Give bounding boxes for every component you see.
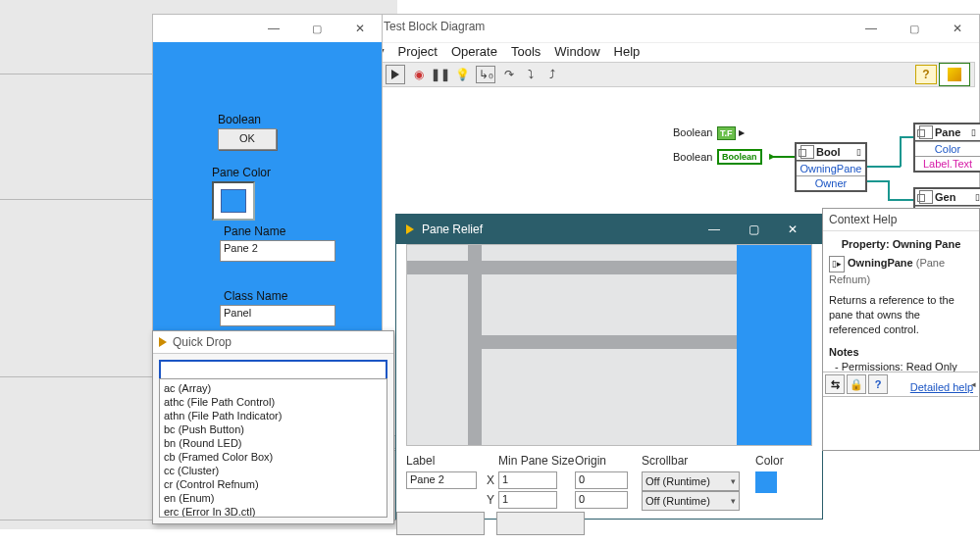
wire	[888, 199, 913, 201]
vi-icon[interactable]	[939, 63, 970, 86]
list-item[interactable]: bn (Round LED)	[164, 436, 383, 450]
minimize-button[interactable]: —	[252, 15, 295, 42]
boolean-terminal-icon[interactable]: T.F	[717, 126, 736, 140]
field-value: Pane 2	[410, 473, 444, 485]
bulb-icon[interactable]: 💡	[454, 67, 470, 82]
close-button[interactable]: ✕	[936, 15, 979, 42]
color-box-control[interactable]	[212, 181, 255, 221]
property-node-pane[interactable]: Pane▯ Color Label.Text	[913, 123, 980, 173]
property-row[interactable]: Color	[915, 141, 980, 156]
step-out-icon[interactable]: ⤴	[544, 67, 560, 82]
button-label: OK	[239, 132, 255, 144]
quick-drop-list[interactable]: ac (Array) athc (File Path Control) athn…	[159, 378, 387, 518]
quick-drop-window: Quick Drop ac (Array) athc (File Path Co…	[152, 330, 394, 524]
menu-tools[interactable]: Tools	[511, 44, 541, 59]
property-node-bool[interactable]: Bool▯ OwningPane Owner	[795, 142, 867, 192]
origin-y-field[interactable]: 0	[575, 491, 628, 509]
context-help-toolbar: ⇆ 🔒 ? ◂	[823, 372, 978, 397]
field-value: Pane 2	[224, 242, 258, 254]
pane-preview[interactable]	[406, 244, 812, 446]
list-item[interactable]: cc (Cluster)	[164, 464, 383, 477]
pane-color-label: Pane Color	[212, 166, 271, 179]
ok-button[interactable]: OK	[218, 128, 277, 150]
menu-window[interactable]: Window	[554, 44, 599, 59]
close-button[interactable]: ✕	[338, 15, 382, 42]
list-item[interactable]: ac (Array)	[164, 381, 383, 395]
step-into-icon[interactable]: ⤵	[523, 67, 539, 82]
minimize-button[interactable]: —	[695, 215, 734, 244]
list-item[interactable]: bc (Push Button)	[164, 422, 383, 436]
truncated-button[interactable]	[496, 512, 585, 535]
pane-properties-form: Label Pane 2 Min Pane Size X 1 Y 1 Origi…	[406, 454, 812, 511]
color-swatch[interactable]	[755, 471, 777, 493]
labview-arrow-icon	[406, 224, 414, 234]
step-over-icon[interactable]: ↷	[501, 67, 517, 82]
property-row[interactable]: Label.Text	[915, 156, 980, 171]
titlebar[interactable]: Pane Relief — ▢ ✕	[396, 215, 822, 244]
record-icon[interactable]: ◉	[411, 67, 427, 82]
field-value: 0	[579, 473, 585, 485]
list-item[interactable]: athn (File Path Indicator)	[164, 409, 383, 422]
help-icon[interactable]: ?	[868, 374, 888, 394]
list-item[interactable]: erc (Error In 3D.ctl)	[164, 505, 383, 518]
wire	[900, 136, 902, 167]
link-icon	[919, 190, 933, 204]
splitter[interactable]	[482, 335, 737, 349]
dialog-button-row	[396, 512, 585, 535]
splitter[interactable]	[468, 245, 482, 445]
scrollbar-v-dropdown[interactable]: Off (Runtime)▾	[642, 491, 740, 511]
min-y-field[interactable]: 1	[498, 491, 557, 509]
truncated-button[interactable]	[396, 512, 485, 535]
pane-name-field[interactable]: Pane 2	[220, 240, 335, 262]
label-label: Label	[406, 454, 435, 468]
property-heading: Property: Owning Pane	[842, 238, 961, 250]
class-name-field[interactable]: Panel	[220, 305, 335, 326]
titlebar[interactable]: Context Help	[823, 209, 979, 231]
min-x-field[interactable]: 1	[498, 471, 557, 489]
origin-label: Origin	[575, 454, 606, 468]
titlebar[interactable]: — ▢ ✕	[153, 15, 382, 42]
menubar: v Project Operate Tools Window Help	[384, 44, 640, 59]
maximize-button[interactable]: ▢	[295, 15, 338, 42]
boolean-ref-terminal-icon[interactable]: Boolean	[717, 149, 762, 165]
help-icon[interactable]: ?	[915, 65, 937, 84]
field-value: 1	[502, 473, 508, 485]
close-button[interactable]: ✕	[773, 215, 812, 244]
class-name-label: Class Name	[224, 289, 287, 303]
scrollbar-h-dropdown[interactable]: Off (Runtime)▾	[642, 471, 740, 491]
list-item[interactable]: cr (Control Refnum)	[164, 477, 383, 491]
dropdown-value: Off (Runtime)	[645, 475, 710, 487]
direction-arrow-icon: ▶	[739, 128, 745, 137]
chevron-down-icon: ▾	[731, 476, 736, 486]
pause-icon[interactable]: ❚❚	[433, 67, 448, 82]
maximize-button[interactable]: ▢	[893, 15, 936, 42]
list-item[interactable]: athc (File Path Control)	[164, 395, 383, 409]
property-row[interactable]: Owner	[797, 175, 865, 190]
list-item[interactable]: en (Enum)	[164, 491, 383, 505]
chevron-left-icon[interactable]: ◂	[971, 379, 976, 389]
list-item[interactable]: cb (Framed Color Box)	[164, 450, 383, 464]
chevron-down-icon: ▾	[731, 496, 736, 506]
origin-x-field[interactable]: 0	[575, 471, 628, 489]
selected-pane-icon[interactable]	[737, 245, 811, 445]
maximize-button[interactable]: ▢	[734, 215, 773, 244]
menu-help[interactable]: Help	[614, 44, 641, 59]
window-title: Test Block Diagram	[384, 20, 485, 33]
window-title: Context Help	[829, 213, 897, 226]
label-field[interactable]: Pane 2	[406, 471, 477, 489]
menu-operate[interactable]: Operate	[451, 44, 497, 59]
dropdown-value: Off (Runtime)	[645, 495, 710, 507]
toggle-icon[interactable]: ⇆	[825, 374, 845, 394]
boolean-label: Boolean	[218, 113, 261, 126]
menu-project[interactable]: Project	[398, 44, 438, 59]
property-row[interactable]: OwningPane	[797, 161, 865, 175]
pane-relief-window: Pane Relief — ▢ ✕ Label Pane 2 Min Pane …	[396, 215, 822, 519]
node-title: Pane	[935, 126, 960, 138]
context-help-window: Context Help Property: Owning Pane ▯▸ Ow…	[822, 208, 980, 451]
run-button[interactable]	[386, 65, 405, 84]
y-label: Y	[487, 493, 494, 507]
retain-wire-icon[interactable]: ↳₀	[476, 66, 495, 83]
titlebar[interactable]: Quick Drop	[153, 331, 393, 354]
lock-icon[interactable]: 🔒	[847, 374, 866, 394]
minimize-button[interactable]: —	[850, 15, 893, 42]
